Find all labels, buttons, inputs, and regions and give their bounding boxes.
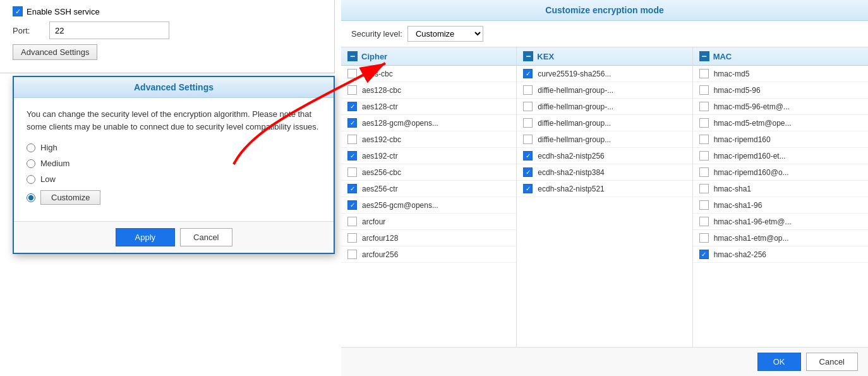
mac-hmac-sha2-256-checkbox[interactable]: ✓: [699, 250, 709, 259]
table-row: hmac-sha1-96: [693, 197, 868, 214]
mac-hmac-ripemd160-et-label: hmac-ripemd160-et...: [714, 152, 786, 161]
kex-ecdh-256-checkbox[interactable]: ✓: [523, 151, 533, 161]
table-row: arcfour: [341, 214, 516, 230]
table-row: ✓ aes256-ctr: [341, 181, 516, 197]
cipher-aes192-ctr-checkbox[interactable]: ✓: [347, 151, 357, 161]
cipher-aes256-ctr-checkbox[interactable]: ✓: [347, 184, 357, 193]
mac-hmac-sha1-label: hmac-sha1: [714, 185, 751, 193]
cipher-aes192-cbc-label: aes192-cbc: [362, 135, 401, 144]
radio-high-row: High: [27, 143, 321, 152]
security-level-select[interactable]: Customize High Medium Low: [407, 26, 483, 42]
mac-hmac-md5-96-etm-checkbox[interactable]: [699, 102, 709, 111]
customize-button[interactable]: Customize: [40, 190, 100, 205]
table-row: ✓ aes128-gcm@opens...: [341, 115, 516, 131]
mac-hmac-ripemd160-checkbox[interactable]: [699, 135, 709, 144]
cipher-aes192-cbc-checkbox[interactable]: [347, 135, 357, 144]
mac-hmac-sha1-96-etm-checkbox[interactable]: [699, 217, 709, 226]
enable-ssh-checkbox[interactable]: ✓ Enable SSH service: [13, 6, 100, 16]
table-row: hmac-md5: [693, 66, 868, 82]
cipher-aes128-gcm-checkbox[interactable]: ✓: [347, 118, 357, 128]
mac-header-text: MAC: [713, 52, 732, 61]
mac-hmac-ripemd160-label: hmac-ripemd160: [714, 135, 771, 144]
cipher-arcfour128-label: arcfour128: [362, 234, 398, 243]
table-row: hmac-ripemd160-et...: [693, 148, 868, 164]
kex-dh-group2-checkbox[interactable]: [523, 102, 533, 111]
cipher-aes256-gcm-checkbox[interactable]: ✓: [347, 200, 357, 210]
enable-ssh-label: Enable SSH service: [27, 7, 100, 16]
cipher-minus-button[interactable]: −: [347, 51, 358, 61]
radio-medium-row: Medium: [27, 159, 321, 168]
table-row: hmac-sha1-96-etm@...: [693, 214, 868, 230]
radio-customize[interactable]: [27, 193, 35, 202]
mac-hmac-ripemd160-et-checkbox[interactable]: [699, 151, 709, 161]
kex-dh-group1-checkbox[interactable]: [523, 85, 533, 95]
kex-dh-group2-label: diffie-hellman-group-...: [538, 102, 613, 111]
cipher-arcfour-label: arcfour: [362, 217, 385, 226]
mac-header: − MAC: [693, 47, 868, 66]
adv-dialog-body: You can change the security level of the…: [14, 98, 334, 221]
radio-medium[interactable]: [27, 159, 35, 168]
table-row: aes192-cbc: [341, 131, 516, 148]
kex-dh-group3-label: diffie-hellman-group...: [538, 119, 611, 128]
table-row: arcfour128: [341, 230, 516, 246]
port-label: Port:: [13, 26, 44, 35]
kex-minus-button[interactable]: −: [523, 51, 533, 61]
cancel-button-adv[interactable]: Cancel: [180, 228, 232, 246]
encrypt-header: Customize encryption mode: [341, 0, 868, 21]
table-row: ✓ aes128-ctr: [341, 99, 516, 115]
cipher-3des-cbc-checkbox[interactable]: [347, 69, 357, 78]
kex-ecdh-521-label: ecdh-sha2-nistp521: [538, 185, 604, 193]
radio-high[interactable]: [27, 143, 35, 152]
table-row: diffie-hellman-group...: [517, 115, 692, 131]
kex-dh-group4-checkbox[interactable]: [523, 135, 533, 144]
table-row: aes128-cbc: [341, 82, 516, 99]
cipher-column: − Cipher 3des-cbc aes128-cbc ✓ aes128-ct…: [341, 47, 517, 347]
cipher-header: − Cipher: [341, 47, 516, 66]
table-row: hmac-sha1-etm@op...: [693, 230, 868, 246]
ssh-settings-panel: ✓ Enable SSH service Port: Advanced Sett…: [0, 0, 335, 73]
mac-hmac-md5-checkbox[interactable]: [699, 69, 709, 78]
kex-ecdh-384-checkbox[interactable]: ✓: [523, 167, 533, 177]
kex-curve25519-checkbox[interactable]: ✓: [523, 69, 533, 78]
ok-button[interactable]: OK: [757, 353, 801, 371]
mac-hmac-sha2-256-label: hmac-sha2-256: [714, 250, 766, 259]
table-row: ✓ hmac-sha2-256: [693, 246, 868, 263]
table-row: hmac-ripemd160: [693, 131, 868, 148]
port-input[interactable]: [49, 21, 169, 39]
cipher-aes128-cbc-checkbox[interactable]: [347, 85, 357, 95]
cipher-aes128-ctr-checkbox[interactable]: ✓: [347, 102, 357, 111]
cipher-arcfour128-checkbox[interactable]: [347, 233, 357, 243]
mac-hmac-md5-etm-checkbox[interactable]: [699, 118, 709, 128]
table-row: arcfour256: [341, 246, 516, 263]
cancel-button-encrypt[interactable]: Cancel: [806, 353, 858, 371]
kex-ecdh-256-label: ecdh-sha2-nistp256: [538, 152, 604, 161]
cipher-arcfour256-checkbox[interactable]: [347, 250, 357, 259]
mac-hmac-sha1-checkbox[interactable]: [699, 184, 709, 193]
table-row: ✓ ecdh-sha2-nistp521: [517, 181, 692, 197]
mac-hmac-sha1-96-checkbox[interactable]: [699, 200, 709, 210]
table-row: ✓ ecdh-sha2-nistp256: [517, 148, 692, 164]
cipher-3des-cbc-label: 3des-cbc: [362, 70, 393, 78]
advanced-settings-button[interactable]: Advanced Settings: [13, 44, 97, 60]
mac-minus-button[interactable]: −: [699, 51, 709, 61]
kex-ecdh-521-checkbox[interactable]: ✓: [523, 184, 533, 193]
table-row: hmac-ripemd160@o...: [693, 164, 868, 181]
mac-hmac-ripemd160-o-checkbox[interactable]: [699, 167, 709, 177]
kex-header-text: KEX: [537, 52, 554, 61]
kex-dh-group3-checkbox[interactable]: [523, 118, 533, 128]
mac-hmac-md5-96-checkbox[interactable]: [699, 85, 709, 95]
cipher-aes128-cbc-label: aes128-cbc: [362, 86, 401, 95]
radio-medium-label: Medium: [40, 159, 69, 168]
mac-hmac-sha1-etm-checkbox[interactable]: [699, 233, 709, 243]
radio-low-label: Low: [40, 174, 56, 184]
mac-column: − MAC hmac-md5 hmac-md5-96 hmac-md5-96-e…: [693, 47, 868, 347]
mac-hmac-md5-96-label: hmac-md5-96: [714, 86, 761, 95]
cipher-aes256-cbc-checkbox[interactable]: [347, 167, 357, 177]
radio-low[interactable]: [27, 175, 35, 184]
cipher-arcfour-checkbox[interactable]: [347, 217, 357, 226]
apply-button[interactable]: Apply: [116, 228, 176, 246]
kex-dh-group1-label: diffie-hellman-group-...: [538, 86, 613, 95]
table-row: hmac-md5-etm@ope...: [693, 115, 868, 131]
cipher-aes256-ctr-label: aes256-ctr: [362, 185, 398, 193]
adv-description: You can change the security level of the…: [27, 108, 321, 133]
